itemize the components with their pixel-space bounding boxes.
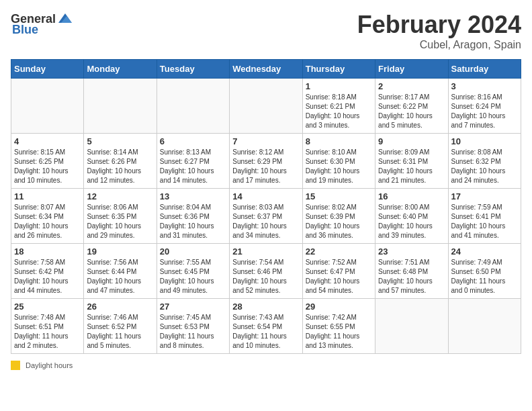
day-number: 29 <box>306 302 372 312</box>
calendar-cell: 7Sunrise: 8:12 AM Sunset: 6:29 PM Daylig… <box>230 134 302 189</box>
day-number: 16 <box>378 191 445 201</box>
day-info: Sunrise: 7:52 AM Sunset: 6:47 PM Dayligh… <box>306 258 372 295</box>
day-number: 19 <box>87 246 153 257</box>
day-info: Sunrise: 7:51 AM Sunset: 6:48 PM Dayligh… <box>378 258 445 295</box>
day-number: 3 <box>451 81 518 91</box>
day-info: Sunrise: 7:49 AM Sunset: 6:50 PM Dayligh… <box>451 258 518 295</box>
day-number: 21 <box>232 246 299 257</box>
day-info: Sunrise: 8:10 AM Sunset: 6:30 PM Dayligh… <box>306 148 372 185</box>
title-area: February 2024 Cubel, Aragon, Spain <box>357 11 521 51</box>
day-info: Sunrise: 7:48 AM Sunset: 6:51 PM Dayligh… <box>14 313 81 351</box>
day-number: 28 <box>232 302 299 312</box>
calendar-week-row: 4Sunrise: 8:15 AM Sunset: 6:25 PM Daylig… <box>11 134 521 189</box>
calendar-cell: 26Sunrise: 7:46 AM Sunset: 6:52 PM Dayli… <box>84 299 157 354</box>
day-info: Sunrise: 8:08 AM Sunset: 6:32 PM Dayligh… <box>451 148 518 185</box>
calendar-cell: 16Sunrise: 8:00 AM Sunset: 6:40 PM Dayli… <box>375 189 448 244</box>
day-info: Sunrise: 8:02 AM Sunset: 6:39 PM Dayligh… <box>306 203 372 240</box>
calendar-cell: 11Sunrise: 8:07 AM Sunset: 6:34 PM Dayli… <box>11 189 84 244</box>
day-number: 4 <box>14 136 81 146</box>
day-info: Sunrise: 8:17 AM Sunset: 6:22 PM Dayligh… <box>378 93 445 130</box>
calendar-cell: 10Sunrise: 8:08 AM Sunset: 6:32 PM Dayli… <box>448 134 521 189</box>
day-number: 18 <box>14 246 81 257</box>
day-info: Sunrise: 7:56 AM Sunset: 6:44 PM Dayligh… <box>87 258 153 295</box>
day-info: Sunrise: 8:13 AM Sunset: 6:27 PM Dayligh… <box>160 148 226 185</box>
calendar-cell: 18Sunrise: 7:58 AM Sunset: 6:42 PM Dayli… <box>11 244 84 299</box>
calendar-cell: 12Sunrise: 8:06 AM Sunset: 6:35 PM Dayli… <box>84 189 157 244</box>
day-info: Sunrise: 8:12 AM Sunset: 6:29 PM Dayligh… <box>232 148 299 185</box>
calendar-cell: 13Sunrise: 8:04 AM Sunset: 6:36 PM Dayli… <box>157 189 229 244</box>
daylight-label: Daylight hours <box>26 361 73 369</box>
day-number: 9 <box>378 136 445 146</box>
day-number: 17 <box>451 191 518 201</box>
calendar-cell: 23Sunrise: 7:51 AM Sunset: 6:48 PM Dayli… <box>375 244 448 299</box>
day-info: Sunrise: 7:59 AM Sunset: 6:41 PM Dayligh… <box>451 203 518 240</box>
calendar-cell: 1Sunrise: 8:18 AM Sunset: 6:21 PM Daylig… <box>302 79 375 134</box>
day-number: 20 <box>160 246 226 257</box>
logo-text-blue: Blue <box>12 23 38 37</box>
calendar-cell: 9Sunrise: 8:09 AM Sunset: 6:31 PM Daylig… <box>375 134 448 189</box>
day-info: Sunrise: 8:04 AM Sunset: 6:36 PM Dayligh… <box>160 203 226 240</box>
day-info: Sunrise: 8:09 AM Sunset: 6:31 PM Dayligh… <box>378 148 445 185</box>
logo: General Blue <box>11 11 73 37</box>
calendar-cell: 15Sunrise: 8:02 AM Sunset: 6:39 PM Dayli… <box>302 189 375 244</box>
location-title: Cubel, Aragon, Spain <box>357 39 521 51</box>
calendar-week-row: 25Sunrise: 7:48 AM Sunset: 6:51 PM Dayli… <box>11 299 521 354</box>
calendar-week-row: 11Sunrise: 8:07 AM Sunset: 6:34 PM Dayli… <box>11 189 521 244</box>
month-title: February 2024 <box>357 11 521 39</box>
day-info: Sunrise: 7:42 AM Sunset: 6:55 PM Dayligh… <box>306 313 372 351</box>
day-number: 7 <box>232 136 299 146</box>
calendar-cell: 2Sunrise: 8:17 AM Sunset: 6:22 PM Daylig… <box>375 79 448 134</box>
day-info: Sunrise: 8:14 AM Sunset: 6:26 PM Dayligh… <box>87 148 153 185</box>
calendar-cell <box>11 79 84 134</box>
calendar-cell: 14Sunrise: 8:03 AM Sunset: 6:37 PM Dayli… <box>230 189 302 244</box>
calendar-table: SundayMondayTuesdayWednesdayThursdayFrid… <box>11 59 521 354</box>
calendar-weekday-tuesday: Tuesday <box>157 60 229 79</box>
calendar-cell <box>448 299 521 354</box>
calendar-cell: 17Sunrise: 7:59 AM Sunset: 6:41 PM Dayli… <box>448 189 521 244</box>
day-info: Sunrise: 8:03 AM Sunset: 6:37 PM Dayligh… <box>232 203 299 240</box>
calendar-week-row: 18Sunrise: 7:58 AM Sunset: 6:42 PM Dayli… <box>11 244 521 299</box>
day-info: Sunrise: 7:43 AM Sunset: 6:54 PM Dayligh… <box>232 313 299 351</box>
calendar-weekday-thursday: Thursday <box>302 60 375 79</box>
calendar-cell: 5Sunrise: 8:14 AM Sunset: 6:26 PM Daylig… <box>84 134 157 189</box>
calendar-weekday-saturday: Saturday <box>448 60 521 79</box>
calendar-weekday-sunday: Sunday <box>11 60 84 79</box>
day-info: Sunrise: 7:46 AM Sunset: 6:52 PM Dayligh… <box>87 313 153 351</box>
day-info: Sunrise: 8:07 AM Sunset: 6:34 PM Dayligh… <box>14 203 81 240</box>
calendar-cell <box>157 79 229 134</box>
day-number: 12 <box>87 191 153 201</box>
day-number: 25 <box>14 302 81 312</box>
calendar-cell <box>230 79 302 134</box>
day-number: 22 <box>306 246 372 257</box>
calendar-cell: 4Sunrise: 8:15 AM Sunset: 6:25 PM Daylig… <box>11 134 84 189</box>
day-number: 1 <box>306 81 372 91</box>
day-number: 6 <box>160 136 226 146</box>
day-info: Sunrise: 7:54 AM Sunset: 6:46 PM Dayligh… <box>232 258 299 295</box>
calendar-cell: 19Sunrise: 7:56 AM Sunset: 6:44 PM Dayli… <box>84 244 157 299</box>
calendar-cell: 24Sunrise: 7:49 AM Sunset: 6:50 PM Dayli… <box>448 244 521 299</box>
day-number: 10 <box>451 136 518 146</box>
calendar-cell: 21Sunrise: 7:54 AM Sunset: 6:46 PM Dayli… <box>230 244 302 299</box>
calendar-cell: 8Sunrise: 8:10 AM Sunset: 6:30 PM Daylig… <box>302 134 375 189</box>
calendar-weekday-monday: Monday <box>84 60 157 79</box>
day-info: Sunrise: 8:15 AM Sunset: 6:25 PM Dayligh… <box>14 148 81 185</box>
calendar-cell: 25Sunrise: 7:48 AM Sunset: 6:51 PM Dayli… <box>11 299 84 354</box>
day-number: 5 <box>87 136 153 146</box>
day-number: 14 <box>232 191 299 201</box>
day-number: 24 <box>451 246 518 257</box>
calendar-cell: 20Sunrise: 7:55 AM Sunset: 6:45 PM Dayli… <box>157 244 229 299</box>
logo-icon <box>57 11 73 27</box>
day-info: Sunrise: 8:00 AM Sunset: 6:40 PM Dayligh… <box>378 203 445 240</box>
header: General Blue February 2024 Cubel, Aragon… <box>11 11 521 51</box>
calendar-cell <box>375 299 448 354</box>
day-number: 23 <box>378 246 445 257</box>
day-info: Sunrise: 8:16 AM Sunset: 6:24 PM Dayligh… <box>451 93 518 130</box>
day-number: 26 <box>87 302 153 312</box>
day-info: Sunrise: 8:18 AM Sunset: 6:21 PM Dayligh… <box>306 93 372 130</box>
day-number: 2 <box>378 81 445 91</box>
calendar-cell: 22Sunrise: 7:52 AM Sunset: 6:47 PM Dayli… <box>302 244 375 299</box>
day-number: 27 <box>160 302 226 312</box>
calendar-cell: 28Sunrise: 7:43 AM Sunset: 6:54 PM Dayli… <box>230 299 302 354</box>
day-info: Sunrise: 7:55 AM Sunset: 6:45 PM Dayligh… <box>160 258 226 295</box>
calendar-week-row: 1Sunrise: 8:18 AM Sunset: 6:21 PM Daylig… <box>11 79 521 134</box>
